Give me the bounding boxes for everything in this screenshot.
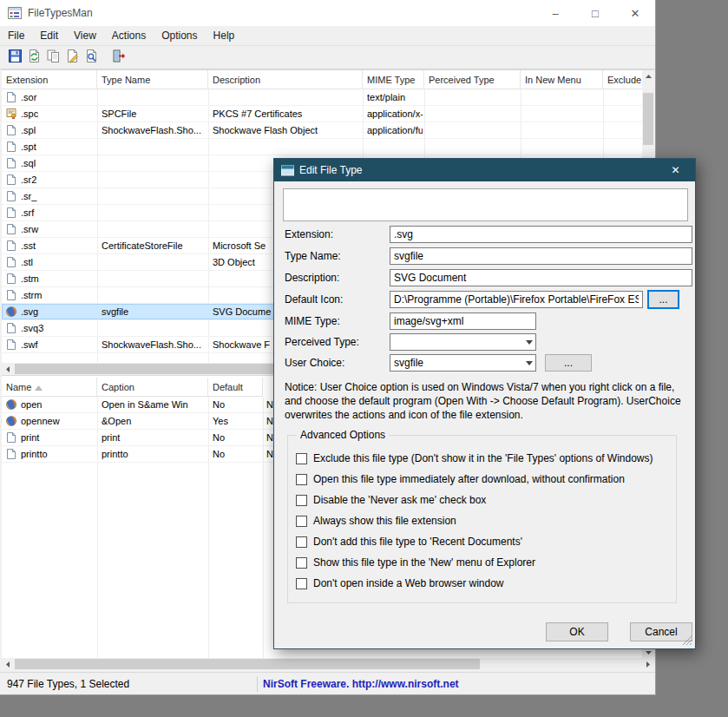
- document-icon: [5, 124, 17, 136]
- field-description: Description:: [274, 269, 695, 286]
- column-header-caption[interactable]: Caption: [97, 378, 208, 397]
- scroll-left-icon[interactable]: [2, 363, 14, 374]
- document-icon: [5, 256, 17, 268]
- advanced-option-row[interactable]: Exclude this file type (Don't show it in…: [296, 451, 653, 465]
- advanced-option-row[interactable]: Disable the 'Never ask me' check box: [296, 493, 486, 507]
- scroll-thumb[interactable]: [643, 93, 653, 145]
- advanced-option-row[interactable]: Always show this file extension: [296, 514, 456, 528]
- checkbox[interactable]: [296, 453, 307, 464]
- exit-button[interactable]: [109, 48, 128, 67]
- advanced-option-row[interactable]: Don't add this file type to 'Recent Docu…: [296, 535, 522, 549]
- checkbox[interactable]: [296, 578, 307, 589]
- cell-default: No: [213, 446, 261, 462]
- column-header-description[interactable]: Description: [208, 70, 363, 89]
- extension-input[interactable]: [390, 226, 692, 243]
- cell-extension: .stl: [21, 254, 96, 270]
- cell-name: opennew: [21, 413, 95, 429]
- save-button[interactable]: [5, 48, 24, 67]
- resize-grip[interactable]: [681, 635, 692, 646]
- groupbox-label: Advanced Options: [297, 429, 389, 441]
- copy-button[interactable]: [43, 48, 62, 67]
- dialog-titlebar[interactable]: Edit File Type ✕: [274, 159, 695, 181]
- cell-extension: .spl: [21, 122, 96, 138]
- file-type-row[interactable]: .sortext/plain: [2, 89, 642, 106]
- document-icon: [5, 207, 17, 219]
- checkbox[interactable]: [296, 557, 307, 569]
- checkbox[interactable]: [296, 474, 307, 485]
- field-perceived-type: Perceived Type:: [274, 333, 695, 351]
- scroll-up-icon[interactable]: [642, 70, 654, 82]
- ok-button[interactable]: OK: [546, 622, 608, 641]
- scroll-right-icon[interactable]: [642, 658, 654, 670]
- menu-edit[interactable]: Edit: [32, 26, 66, 45]
- minimize-button[interactable]: –: [535, 0, 575, 26]
- file-type-row[interactable]: .spt: [2, 139, 642, 155]
- menu-actions[interactable]: Actions: [104, 26, 154, 45]
- properties-button[interactable]: [62, 48, 82, 67]
- chevron-down-icon: [526, 340, 533, 345]
- advanced-option-row[interactable]: Show this file type in the 'New' menu of…: [296, 556, 535, 569]
- default-icon-label: Default Icon:: [285, 293, 343, 306]
- menu-options[interactable]: Options: [154, 26, 205, 45]
- default-icon-browse-button[interactable]: ...: [648, 291, 679, 308]
- checkbox-label: Don't add this file type to 'Recent Docu…: [313, 536, 522, 548]
- cell-name: open: [21, 397, 95, 412]
- scroll-thumb[interactable]: [15, 659, 480, 669]
- field-user-choice: User Choice: svgfile ...: [274, 354, 695, 372]
- column-header-mime-type[interactable]: MIME Type: [363, 70, 424, 89]
- dialog-title: Edit File Type: [299, 164, 362, 176]
- cell-extension: .swf: [21, 337, 96, 352]
- advanced-option-row[interactable]: Open this file type immediately after do…: [296, 472, 625, 486]
- find-button[interactable]: [82, 48, 101, 67]
- description-input[interactable]: [390, 269, 692, 286]
- window-titlebar[interactable]: FileTypesMan – □ ✕: [0, 0, 655, 26]
- document-icon: [5, 339, 17, 351]
- horizontal-scrollbar[interactable]: [2, 658, 654, 670]
- menu-file[interactable]: File: [0, 26, 32, 45]
- scroll-track[interactable]: [14, 658, 642, 670]
- column-header-in-new-menu[interactable]: In New Menu: [521, 70, 603, 89]
- cell-extension: .sr_: [21, 188, 96, 204]
- cell-type-name: svgfile: [102, 304, 207, 319]
- find-icon: [84, 49, 99, 66]
- file-list-header: ExtensionType NameDescriptionMIME TypePe…: [2, 70, 654, 89]
- menu-help[interactable]: Help: [206, 26, 243, 45]
- column-header-default[interactable]: Default: [208, 378, 263, 397]
- column-header-exclude[interactable]: Exclude: [603, 70, 643, 89]
- file-type-row[interactable]: .spcSPCFilePKCS #7 Certificatesapplicati…: [2, 106, 642, 122]
- column-header-type-name[interactable]: Type Name: [97, 70, 208, 89]
- checkbox[interactable]: [296, 516, 307, 527]
- user-choice-browse-button[interactable]: ...: [545, 354, 592, 372]
- file-type-row[interactable]: .splShockwaveFlash.Sho...Shockwave Flash…: [2, 122, 642, 139]
- document-icon: [5, 91, 17, 103]
- nirsoft-link[interactable]: NirSoft Freeware. http://www.nirsoft.net: [263, 678, 459, 690]
- column-header-extension[interactable]: Extension: [2, 70, 97, 89]
- cell-default: No: [213, 430, 261, 445]
- document-icon: [5, 289, 17, 301]
- dialog-icon: [281, 165, 294, 176]
- checkbox[interactable]: [296, 495, 307, 506]
- cell-extension: .srw: [21, 221, 96, 237]
- document-icon: [5, 190, 17, 202]
- perceived-type-combobox[interactable]: [390, 333, 536, 351]
- checkbox[interactable]: [296, 536, 307, 548]
- advanced-options-group: Advanced Options Exclude this file type …: [287, 435, 677, 603]
- document-icon: [5, 448, 17, 460]
- menu-view[interactable]: View: [66, 26, 104, 45]
- close-button[interactable]: ✕: [615, 0, 655, 26]
- cell-extension: .sr2: [21, 172, 96, 187]
- dialog-close-button[interactable]: ✕: [656, 159, 695, 181]
- refresh-button[interactable]: [24, 48, 43, 67]
- user-choice-combobox[interactable]: svgfile: [390, 354, 536, 372]
- column-header-perceived-type[interactable]: Perceived Type: [424, 70, 521, 89]
- type-name-input[interactable]: [390, 247, 692, 265]
- advanced-option-row[interactable]: Don't open inside a Web browser window: [296, 576, 504, 590]
- maximize-button[interactable]: □: [575, 0, 615, 26]
- cell-caption: Open in S&ame Win: [102, 397, 207, 412]
- mime-type-input[interactable]: [390, 312, 536, 330]
- document-icon: [5, 273, 17, 285]
- default-icon-input[interactable]: [390, 291, 643, 308]
- copy-icon: [46, 49, 61, 66]
- scroll-left-icon[interactable]: [2, 658, 14, 670]
- column-header-name[interactable]: Name: [2, 378, 97, 397]
